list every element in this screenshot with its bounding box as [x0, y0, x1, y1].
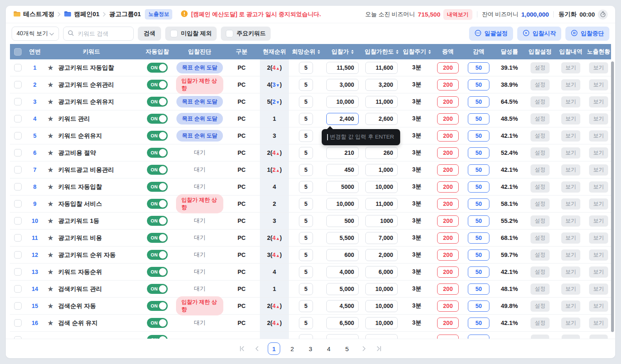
row-checkbox[interactable] — [14, 81, 22, 88]
bid-price-input[interactable] — [326, 317, 359, 329]
auto-bid-toggle[interactable]: ON — [147, 97, 168, 107]
decrease-amount-box[interactable]: 50 — [468, 113, 489, 125]
page-button-1[interactable]: 1 — [268, 342, 280, 355]
auto-bid-toggle[interactable]: ON — [147, 80, 168, 90]
increase-amount-box[interactable]: 200 — [437, 181, 459, 193]
star-icon[interactable]: ★ — [47, 303, 54, 310]
increase-amount-box[interactable]: 200 — [437, 318, 459, 329]
decrease-amount-box[interactable]: 50 — [468, 300, 489, 312]
desired-rank-input[interactable] — [299, 113, 313, 125]
increase-amount-box[interactable]: 200 — [437, 215, 459, 227]
sort-icon[interactable] — [318, 50, 320, 54]
bid-limit-input[interactable] — [365, 79, 398, 91]
bid-limit-input[interactable] — [365, 317, 398, 329]
bid-limit-input[interactable] — [365, 283, 398, 295]
row-checkbox[interactable] — [14, 302, 22, 310]
desired-rank-input[interactable] — [299, 317, 313, 329]
star-icon[interactable]: ★ — [47, 269, 54, 276]
impression-status-view-button[interactable]: 보기 — [589, 113, 608, 125]
bid-price-input[interactable] — [326, 181, 359, 193]
desired-rank-input[interactable] — [299, 215, 313, 227]
row-checkbox[interactable] — [14, 132, 22, 139]
row-checkbox[interactable] — [14, 217, 22, 225]
row-checkbox[interactable] — [14, 251, 22, 259]
bid-history-view-button[interactable]: 보기 — [561, 130, 580, 142]
bid-limit-input[interactable] — [365, 62, 398, 74]
impression-status-view-button[interactable] — [589, 335, 608, 339]
bid-history-view-button[interactable]: 보기 — [561, 164, 580, 176]
column-header-7[interactable]: 희망순위 — [289, 44, 323, 59]
bid-history-view-button[interactable] — [562, 335, 580, 339]
star-icon[interactable]: ★ — [47, 64, 54, 71]
desired-rank-input[interactable] — [299, 232, 313, 244]
star-icon[interactable]: ★ — [47, 132, 54, 139]
star-icon[interactable]: ★ — [47, 149, 54, 156]
bid-price-input[interactable] — [326, 215, 359, 227]
auto-bid-toggle[interactable]: ON — [147, 233, 168, 243]
page-button-2[interactable]: 2 — [286, 342, 298, 355]
sort-icon[interactable] — [396, 50, 399, 54]
auto-bid-toggle[interactable]: ON — [147, 267, 168, 277]
star-icon[interactable]: ★ — [47, 286, 54, 293]
auto-bid-toggle[interactable]: ON — [147, 182, 168, 192]
last-page-button[interactable] — [375, 344, 383, 353]
row-checkbox[interactable] — [14, 319, 22, 327]
increase-amount-box[interactable]: 200 — [437, 283, 459, 295]
impression-status-view-button[interactable]: 보기 — [589, 164, 608, 176]
row-checkbox[interactable] — [14, 234, 22, 242]
impression-status-view-button[interactable]: 보기 — [589, 300, 608, 312]
impression-status-view-button[interactable]: 보기 — [589, 96, 608, 107]
row-checkbox[interactable] — [14, 64, 22, 71]
desired-rank-input[interactable] — [299, 130, 313, 142]
bid-history-view-button[interactable]: 보기 — [561, 232, 580, 244]
bid-limit-input[interactable] — [365, 113, 398, 125]
breadcrumb-campaign[interactable]: 캠페인01 — [64, 10, 100, 18]
bid-price-input[interactable] — [326, 164, 359, 176]
history-view-button[interactable]: 내역보기 — [443, 9, 472, 20]
impression-status-view-button[interactable]: 보기 — [589, 198, 608, 210]
impression-status-view-button[interactable]: 보기 — [589, 181, 608, 193]
bid-settings-button[interactable]: 설정 — [531, 266, 550, 278]
bid-price-input[interactable] — [326, 232, 359, 244]
bid-price-input[interactable] — [326, 147, 359, 159]
increase-amount-box[interactable]: 200 — [437, 147, 459, 159]
increase-amount-box[interactable]: 200 — [437, 96, 459, 107]
star-icon[interactable]: ★ — [47, 115, 54, 122]
star-icon[interactable]: ★ — [47, 252, 54, 259]
column-header-9[interactable]: 입찰가한도 — [362, 44, 401, 59]
decrease-amount-box[interactable]: 50 — [468, 266, 489, 278]
bid-limit-input[interactable] — [365, 96, 398, 108]
breadcrumb-adgroup[interactable]: 광고그룹01 — [109, 10, 141, 18]
bid-history-view-button[interactable]: 보기 — [561, 113, 580, 125]
decrease-amount-box[interactable]: 50 — [468, 147, 489, 159]
bid-price-input[interactable] — [326, 79, 359, 91]
sort-icon[interactable] — [351, 50, 354, 54]
auto-bid-toggle[interactable]: ON — [147, 199, 168, 209]
increase-amount-box[interactable]: 200 — [437, 79, 459, 90]
auto-bid-toggle[interactable]: ON — [147, 318, 168, 328]
bid-history-view-button[interactable]: 보기 — [561, 283, 580, 295]
bid-limit-input[interactable] — [365, 181, 398, 193]
increase-amount-box[interactable]: 200 — [437, 62, 459, 73]
row-checkbox[interactable] — [14, 285, 22, 293]
bid-stop-button[interactable]: 입찰중단 — [565, 27, 609, 41]
auto-bid-toggle[interactable]: ON — [147, 148, 168, 158]
decrease-amount-box[interactable]: 50 — [468, 198, 489, 210]
row-checkbox[interactable] — [14, 98, 22, 105]
bid-limit-input[interactable] — [365, 266, 398, 278]
impression-status-view-button[interactable]: 보기 — [589, 249, 608, 261]
row-checkbox[interactable] — [14, 115, 22, 122]
increase-amount-box[interactable]: 200 — [437, 113, 459, 125]
bid-settings-button[interactable]: 설정 — [531, 147, 550, 159]
decrease-amount-box[interactable]: 50 — [468, 181, 489, 193]
bid-limit-input[interactable] — [365, 249, 398, 261]
decrease-amount-box[interactable]: 50 — [468, 96, 489, 107]
column-header-8[interactable]: 입찰가 — [323, 44, 362, 59]
auto-bid-toggle[interactable]: ON — [147, 250, 168, 260]
bid-settings-button[interactable]: 설정 — [531, 198, 550, 210]
bulk-settings-button[interactable]: 일괄설정 — [469, 27, 513, 41]
star-icon[interactable]: ★ — [47, 166, 54, 173]
vertical-scrollbar[interactable] — [611, 61, 614, 332]
desired-rank-input[interactable] — [299, 198, 313, 210]
desired-rank-input[interactable] — [299, 334, 313, 339]
